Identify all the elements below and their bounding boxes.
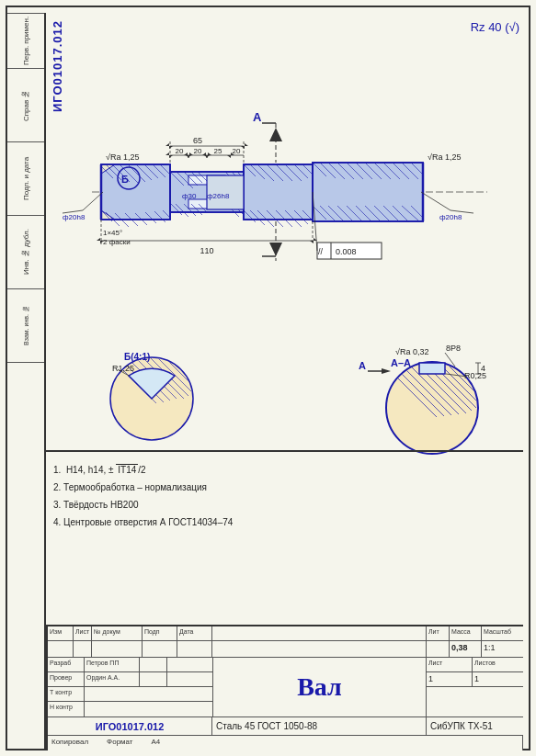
- svg-text:Б(4:1): Б(4:1): [124, 352, 150, 362]
- tb-list2-label: Лист: [427, 658, 473, 671]
- doc-number-rotated: ИГО01017.012: [51, 20, 64, 112]
- svg-marker-93: [269, 243, 282, 256]
- tb-data-val: [177, 641, 212, 657]
- svg-marker-100: [241, 143, 248, 149]
- tb-prover-data: [167, 672, 212, 686]
- svg-text:1×45°: 1×45°: [103, 229, 122, 237]
- tb-prover-name: Ордин А.А.: [85, 672, 140, 686]
- tb-tkontrol-label: Т контр: [48, 687, 85, 701]
- tb-prover-podp: [140, 672, 167, 686]
- sidebar-cell-1: Перв. примен.: [7, 13, 44, 68]
- notes-area: 1. Н14, h14, ± IT14/2 2. Термообработка …: [53, 462, 357, 532]
- svg-text:А: А: [359, 360, 366, 371]
- tb-list2-val: 1: [427, 672, 473, 686]
- tb-organization: СибУПК ТХ-51: [427, 717, 523, 735]
- svg-marker-91: [269, 128, 282, 141]
- tb-tkontrol-val: [85, 687, 212, 701]
- svg-text:Б: Б: [121, 174, 129, 185]
- page: Перв. примен. Справ № Подп. и дата Инв. …: [0, 0, 536, 756]
- svg-text:20: 20: [194, 147, 202, 155]
- tb-data: Дата: [177, 626, 212, 640]
- tb-razrab-podp: [140, 658, 167, 671]
- tb-podp-val: [143, 641, 177, 657]
- tb-podp: Подп: [143, 626, 177, 640]
- tb-listov-val: 1: [473, 672, 523, 686]
- svg-text:А–А: А–А: [391, 357, 411, 368]
- tb-list: Лист: [74, 626, 92, 640]
- svg-text:8Р8: 8Р8: [446, 344, 461, 353]
- note-3: 3. Твёрдость НВ200: [53, 497, 357, 513]
- tb-kopirov-row: Копировал Формат А4: [48, 736, 523, 750]
- left-sidebar: Перв. примен. Справ № Подп. и дата Инв. …: [7, 13, 46, 750]
- svg-text:√Ra 0,32: √Ra 0,32: [395, 347, 428, 356]
- sidebar-cell-2: Справ №: [7, 68, 44, 141]
- svg-text:20: 20: [233, 147, 241, 155]
- title-block: Изм Лист № докум Подп Дата Лит Масса Мас…: [46, 625, 523, 750]
- svg-text:R1,25: R1,25: [112, 364, 134, 373]
- tb-prover-label: Провер: [48, 672, 85, 686]
- tb-lit: Лит: [427, 626, 450, 640]
- tb-kopirov-label: Копировал: [51, 738, 88, 749]
- svg-marker-173: [382, 368, 391, 374]
- tb-middle-span: [212, 641, 427, 657]
- tb-massa: Масса: [450, 626, 482, 640]
- tb-masshtab: Масштаб: [482, 626, 523, 640]
- svg-text:25: 25: [214, 147, 222, 155]
- note-4: 4. Центровые отверстия А ГОСТ14034–74: [53, 514, 357, 530]
- tb-nkontrol-label: Н контр: [48, 702, 85, 717]
- svg-marker-103: [165, 152, 173, 158]
- surface-finish-main: Rz 40 (√): [471, 20, 519, 34]
- svg-text:ф26h8: ф26h8: [207, 192, 230, 200]
- tb-material: Сталь 45 ГОСТ 1050-88: [212, 717, 427, 735]
- tb-razrab-label: Разраб: [48, 658, 85, 671]
- svg-text:√Ra 1,25: √Ra 1,25: [106, 152, 139, 162]
- svg-line-152: [180, 359, 188, 367]
- svg-text://: //: [318, 247, 324, 256]
- sidebar-cell-6: [7, 362, 44, 750]
- svg-text:2 фаски: 2 фаски: [103, 238, 131, 246]
- svg-text:110: 110: [200, 246, 213, 255]
- part-name-big: Вал: [297, 672, 342, 702]
- svg-text:√Ra 1,25: √Ra 1,25: [428, 152, 461, 162]
- tb-docnumber-main: ИГО01017.012: [48, 717, 212, 735]
- svg-rect-1: [101, 164, 170, 220]
- svg-text:0.008: 0.008: [336, 247, 357, 256]
- svg-line-122: [83, 192, 103, 210]
- tb-listov-label: Листов: [473, 658, 523, 671]
- tb-izm-val: [48, 641, 74, 657]
- tb-dok-val: [92, 641, 143, 657]
- svg-text:ф20h8: ф20h8: [439, 213, 462, 221]
- tb-spacer1: [212, 626, 427, 640]
- sidebar-cell-3: Подп. и дата: [7, 141, 44, 215]
- note-1: 1. Н14, h14, ± IT14/2: [53, 462, 357, 478]
- svg-text:20: 20: [176, 147, 184, 155]
- sidebar-cell-5: Взам. инв. №: [7, 288, 44, 362]
- tb-izm: Изм: [48, 626, 74, 640]
- svg-rect-170: [419, 363, 445, 374]
- tb-nrdok: № докум: [92, 626, 143, 640]
- tb-razrab-data: [167, 658, 212, 671]
- note-2: 2. Термообработка – нормализация: [53, 480, 357, 495]
- notes-divider: [46, 450, 523, 452]
- tb-lit-val: [427, 641, 450, 657]
- tb-list-val: [74, 641, 92, 657]
- svg-marker-99: [165, 143, 173, 149]
- tb-format-label: Формат: [107, 738, 132, 749]
- tb-razrab-name: Петров ПП: [85, 658, 140, 671]
- svg-text:65: 65: [193, 136, 202, 145]
- svg-text:ф30: ф30: [182, 192, 197, 200]
- tb-nkontrol-val: [85, 702, 212, 717]
- svg-text:ф20h8: ф20h8: [63, 213, 86, 221]
- svg-text:4: 4: [481, 364, 485, 373]
- technical-drawing-svg: А 65 20 20 25 20 110: [46, 13, 523, 536]
- sidebar-cell-4: Инв. № дубл.: [7, 215, 44, 288]
- tb-massa-val: 0,38: [450, 641, 482, 657]
- svg-text:А: А: [253, 110, 262, 124]
- svg-line-127: [421, 192, 450, 210]
- tb-masshtab-val: 1:1: [482, 641, 523, 657]
- tb-format-val: А4: [152, 738, 161, 749]
